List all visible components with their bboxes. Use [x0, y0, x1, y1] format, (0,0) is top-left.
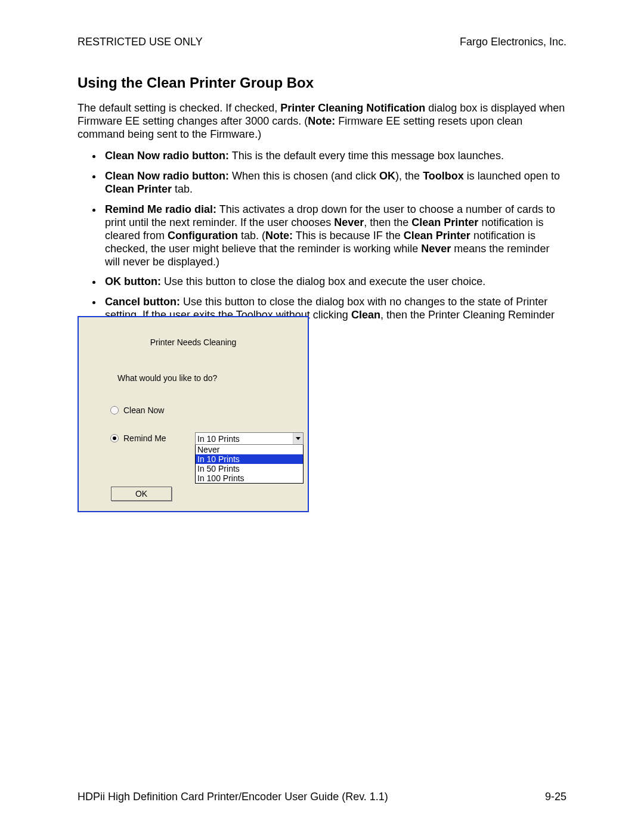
bullet-bold: OK [379, 170, 395, 182]
dropdown-option-100[interactable]: In 100 Prints [196, 473, 303, 483]
dropdown-option-10[interactable]: In 10 Prints [196, 454, 303, 464]
bullet-bold: Clean [351, 309, 380, 321]
dialog-title: Printer Needs Cleaning [79, 337, 308, 347]
dropdown-value: In 10 Prints [197, 434, 240, 444]
page-header: RESTRICTED USE ONLY Fargo Electronics, I… [78, 36, 566, 48]
bullet-bold: Never [421, 243, 451, 255]
bullet-text: tab. [172, 183, 193, 195]
section-title: Using the Clean Printer Group Box [78, 75, 566, 91]
bullet-bold: Clean Printer [411, 216, 478, 228]
bullet-text: Use this button to close the dialog box … [161, 275, 485, 287]
page-footer: HDPii High Definition Card Printer/Encod… [78, 791, 566, 803]
bullet-text: This is because IF the [293, 230, 404, 241]
dropdown-option-never[interactable]: Never [196, 445, 303, 454]
document-page: RESTRICTED USE ONLY Fargo Electronics, I… [0, 0, 644, 833]
bullet-bold: Clean Printer [105, 183, 172, 195]
bullet-text: When this is chosen (and click [229, 170, 379, 182]
bullet-bold: Remind Me radio dial: [105, 203, 216, 215]
bullet-item: Remind Me radio dial: This activates a d… [103, 203, 566, 269]
bullet-list: Clean Now radio button: This is the defa… [78, 150, 566, 335]
bullet-bold: Clean Printer [404, 230, 470, 241]
bullet-text: , then the [364, 216, 411, 228]
bullet-bold: Toolbox [423, 170, 464, 182]
radio-clean-now[interactable]: Clean Now [110, 405, 164, 415]
printer-cleaning-dialog: Printer Needs Cleaning What would you li… [78, 316, 309, 512]
header-right: Fargo Electronics, Inc. [460, 36, 566, 48]
intro-paragraph: The default setting is checked. If check… [78, 102, 566, 141]
bullet-item: OK button: Use this button to close the … [103, 275, 566, 289]
footer-left: HDPii High Definition Card Printer/Encod… [78, 791, 388, 803]
bullet-item: Clean Now radio button: When this is cho… [103, 170, 566, 196]
bullet-bold: OK button: [105, 275, 161, 287]
bullet-bold: Clean Now radio button: [105, 150, 229, 162]
dropdown-list[interactable]: Never In 10 Prints In 50 Prints In 100 P… [195, 445, 304, 484]
bullet-item: Clean Now radio button: This is the defa… [103, 150, 566, 163]
bullet-bold: Never [334, 216, 364, 228]
remind-dropdown[interactable]: In 10 Prints Never In 10 Prints In 50 Pr… [195, 432, 304, 484]
header-left: RESTRICTED USE ONLY [78, 36, 203, 48]
radio-selected-dot [113, 436, 116, 440]
bullet-text: ), the [395, 170, 423, 182]
radio-label: Clean Now [123, 405, 164, 415]
dropdown-option-50[interactable]: In 50 Prints [196, 464, 303, 473]
bullet-text: tab. ( [238, 230, 265, 241]
radio-label: Remind Me [123, 433, 166, 443]
bullet-bold: Cancel button: [105, 296, 180, 308]
dialog-prompt: What would you like to do? [117, 373, 217, 383]
bullet-text: is launched open to [464, 170, 560, 182]
ok-button[interactable]: OK [111, 487, 172, 501]
bullet-bold: Clean Now radio button: [105, 170, 229, 182]
intro-bold-2: Note: [308, 115, 335, 127]
chevron-down-icon[interactable] [293, 433, 303, 444]
radio-icon [110, 406, 119, 414]
radio-icon [110, 434, 119, 442]
intro-text: The default setting is checked. If check… [78, 102, 280, 114]
footer-right: 9-25 [545, 791, 566, 803]
bullet-bold: Note: [265, 230, 293, 241]
bullet-text: This is the default every time this mess… [229, 150, 504, 162]
radio-remind-me[interactable]: Remind Me [110, 433, 166, 443]
dropdown-selected[interactable]: In 10 Prints [195, 432, 304, 445]
intro-bold-1: Printer Cleaning Notification [280, 102, 425, 114]
bullet-bold: Configuration [168, 230, 238, 241]
